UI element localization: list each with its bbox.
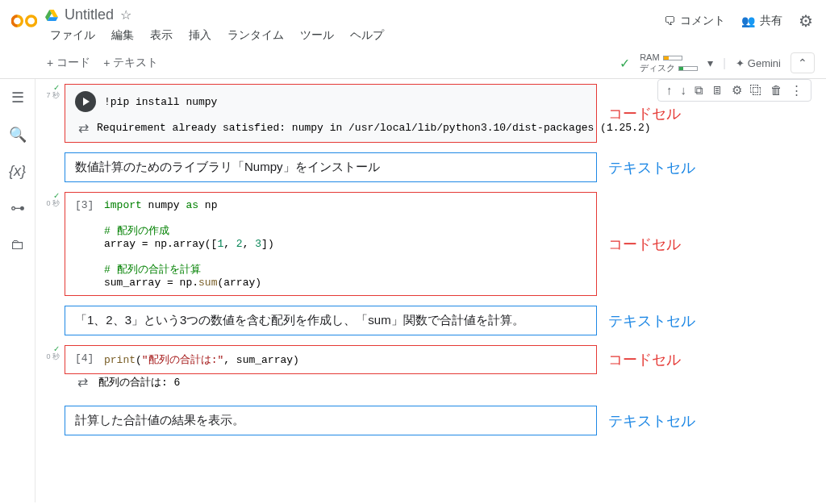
annotation-label: テキストセル (608, 411, 695, 431)
menu-file[interactable]: ファイル (45, 27, 100, 44)
folder-icon[interactable]: 🗀 (10, 236, 25, 253)
annotation-label: テキストセル (608, 311, 695, 331)
link-icon[interactable]: ⧉ (691, 83, 707, 98)
secrets-icon[interactable]: ⊶ (10, 199, 25, 217)
text-cell-1[interactable]: 数値計算のためのライブラリ「Numpy」をインストール (65, 152, 597, 182)
menu-bar: ファイル 編集 表示 挿入 ランタイム ツール ヘルプ (45, 27, 664, 44)
menu-runtime[interactable]: ランタイム (223, 27, 289, 44)
run-button[interactable] (75, 91, 96, 112)
output-toggle-icon[interactable]: ⇄ (78, 120, 89, 135)
comment-icon: 🗨 (664, 15, 675, 27)
text-cell-2[interactable]: 「1、2、3」という3つの数値を含む配列を作成し、「sum」関数で合計値を計算。 (65, 306, 597, 335)
annotation-label: コードセル (608, 104, 681, 123)
exec-count: [3] (75, 199, 96, 289)
code-cell-2[interactable]: [3] import numpy as np # 配列の作成 array = n… (65, 192, 597, 296)
drive-icon (45, 10, 58, 21)
menu-insert[interactable]: 挿入 (184, 27, 216, 44)
code-content[interactable]: !pip install numpy (104, 96, 217, 108)
exec-count: [4] (75, 352, 96, 367)
annotation-label: コードセル (608, 350, 681, 369)
annotation-label: テキストセル (608, 158, 695, 177)
svg-point-1 (27, 16, 36, 26)
sparkle-icon: ✦ (736, 57, 745, 69)
add-text-button[interactable]: + テキスト (97, 52, 165, 73)
annotation-label: コードセル (608, 235, 681, 254)
check-icon: ✓ (620, 56, 630, 71)
collapse-button[interactable]: ⌃ (791, 52, 815, 73)
gemini-button[interactable]: ✦Gemini (736, 57, 781, 69)
resource-meter[interactable]: RAM ディスク (640, 52, 698, 73)
mirror-icon[interactable]: ⿻ (747, 83, 766, 98)
add-code-button[interactable]: + コード (40, 52, 97, 73)
delete-icon[interactable]: 🗑 (767, 83, 786, 98)
menu-edit[interactable]: 編集 (106, 27, 139, 44)
settings-icon[interactable]: ⚙ (728, 83, 745, 98)
code-content[interactable]: import numpy as np # 配列の作成 array = np.ar… (104, 199, 274, 289)
comment-cell-icon[interactable]: 🗏 (708, 83, 727, 98)
code-cell-3[interactable]: [4] print("配列の合計は:", sum_array) (65, 345, 597, 374)
code-content[interactable]: print("配列の合計は:", sum_array) (104, 352, 299, 367)
share-button[interactable]: 👥共有 (741, 14, 782, 28)
search-icon[interactable]: 🔍 (9, 126, 27, 144)
menu-help[interactable]: ヘルプ (345, 27, 389, 44)
variables-icon[interactable]: {x} (9, 163, 26, 180)
comment-button[interactable]: 🗨コメント (664, 14, 725, 28)
move-down-icon[interactable]: ↓ (678, 83, 690, 98)
document-title[interactable]: Untitled (65, 6, 114, 23)
cell-toolbar: ↑ ↓ ⧉ 🗏 ⚙ ⿻ 🗑 ⋮ (657, 79, 811, 102)
code-cell-1[interactable]: !pip install numpy ⇄ Requirement already… (65, 84, 597, 143)
chevron-down-icon[interactable]: ▾ (707, 56, 713, 69)
more-icon[interactable]: ⋮ (787, 83, 806, 98)
cell-output: 配列の合計は: 6 (98, 375, 180, 389)
menu-view[interactable]: 表示 (145, 27, 177, 44)
cell-output: Requirement already satisfied: numpy in … (97, 122, 651, 134)
gear-icon[interactable]: ⚙ (799, 11, 813, 31)
colab-logo[interactable] (10, 6, 39, 35)
toc-icon[interactable]: ☰ (11, 89, 24, 106)
share-icon: 👥 (741, 15, 755, 27)
output-toggle-icon[interactable]: ⇄ (74, 374, 90, 389)
move-up-icon[interactable]: ↑ (663, 83, 676, 98)
menu-tools[interactable]: ツール (295, 27, 339, 44)
text-cell-3[interactable]: 計算した合計値の結果を表示。 (65, 406, 597, 435)
star-icon[interactable]: ☆ (120, 7, 131, 23)
